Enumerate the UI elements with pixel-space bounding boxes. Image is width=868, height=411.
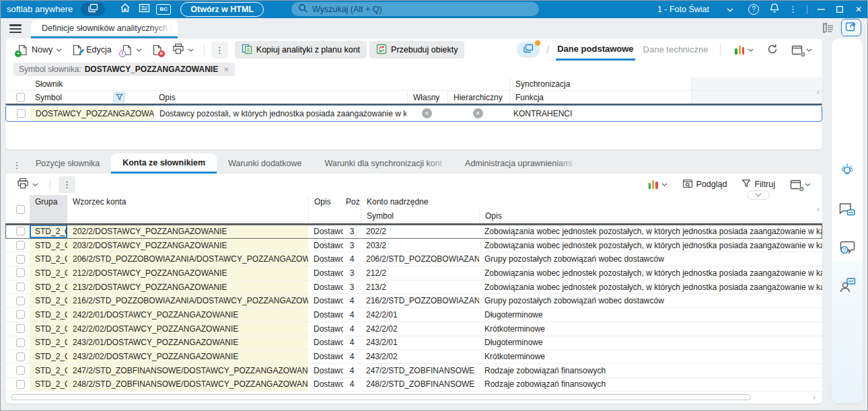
collapse-toolbar-chevron[interactable] xyxy=(747,190,770,200)
account-row[interactable]: STD_2_CIT 242/2/02/DOSTAWCY_POZZANGAZOWA… xyxy=(5,322,822,336)
cell-opis-nadrzedne: Rodzaje zobowiązań finansowych xyxy=(479,364,822,377)
account-row[interactable]: STD_2_CIT 243/2/02/DOSTAWCY_POZZANGAZOWA… xyxy=(5,350,822,364)
row-checkbox[interactable] xyxy=(16,366,25,375)
row-checkbox[interactable] xyxy=(16,310,25,319)
close-button[interactable]: ✕ xyxy=(849,0,868,18)
lower-tab[interactable]: Pozycje słownika xyxy=(24,153,111,174)
edit-button[interactable]: Edycja xyxy=(68,42,115,58)
chevron-down-icon xyxy=(806,45,812,54)
cell-symbol: 212/2 xyxy=(361,266,479,280)
printer-icon xyxy=(17,178,29,191)
company-selector[interactable]: 1 - Foto Świat xyxy=(657,5,733,14)
lower-tab[interactable]: Konta ze słownikiem xyxy=(111,153,217,174)
grid-settings-button[interactable]: ⚙ xyxy=(788,43,816,57)
copy-analytics-button[interactable]: Kopiuj analityki z planu kont xyxy=(235,41,367,59)
suggestions-button[interactable] xyxy=(839,162,855,181)
workspace-button[interactable] xyxy=(517,42,540,58)
chart-view-button[interactable] xyxy=(731,43,757,57)
row-checkbox[interactable] xyxy=(16,241,25,250)
preview-button[interactable]: Podgląd xyxy=(679,177,731,192)
dictionary-row[interactable]: DOSTAWCY_POZZANGAZOWANIE Dostawcy pozost… xyxy=(5,105,822,122)
lower-tab[interactable]: Administracja uprawnieniami xyxy=(454,153,583,174)
help-center-button[interactable]: ? xyxy=(839,241,856,258)
notifications-button[interactable] xyxy=(770,3,779,16)
info-icon: i xyxy=(119,50,126,57)
collapse-columns-chevron[interactable]: ‹ xyxy=(817,87,820,97)
scroll-right-chevron[interactable]: › xyxy=(813,393,816,401)
account-row[interactable]: STD_2_CIT 206/2/STD_POZZOBOWIAZANIA/DOST… xyxy=(5,252,822,266)
tabs-kebab-menu[interactable]: ⋮ xyxy=(9,156,24,174)
account-row[interactable]: STD_2_CIT 216/2/STD_POZZOBOWIAZANIA/DOST… xyxy=(5,294,822,308)
tab-dane-techniczne[interactable]: Dane techniczne xyxy=(642,40,710,59)
row-checkbox[interactable] xyxy=(17,109,26,118)
account-row[interactable]: STD_2_CIT 243/2/01/DOSTAWCY_POZZANGAZOWA… xyxy=(5,336,822,350)
feedback-button[interactable] xyxy=(838,202,856,221)
delete-button[interactable]: ✕ xyxy=(148,42,166,58)
bc-button[interactable]: BC xyxy=(156,4,171,15)
row-checkbox[interactable] xyxy=(16,283,25,291)
account-row[interactable]: STD_2_CIT 212/2/DOSTAWCY_POZZANGAZOWANIE… xyxy=(5,266,822,281)
print-button[interactable] xyxy=(13,176,42,193)
help-button[interactable]: ? xyxy=(748,4,759,15)
collapse-columns-chevron[interactable]: ‹ xyxy=(817,204,820,214)
grid-settings-button[interactable]: ⚙ xyxy=(787,178,814,192)
row-checkbox[interactable] xyxy=(16,324,25,333)
document-tab[interactable]: Definicje słowników analitycznych dla xyxy=(31,20,178,38)
row-checkbox[interactable] xyxy=(16,268,25,277)
open-in-html-button[interactable]: Otwórz w HTML xyxy=(180,2,264,17)
maximize-button[interactable] xyxy=(830,0,849,18)
account-row[interactable]: STD_2_CIT 213/2/DOSTAWCY_POZZANGAZOWANIE… xyxy=(5,281,822,295)
minimize-button[interactable] xyxy=(811,0,830,18)
horizontal-scrollbar[interactable] xyxy=(11,394,751,400)
titlebar-kebab-menu[interactable]: ⋮ xyxy=(789,4,797,14)
global-search-input[interactable]: Wyszukaj (Alt + Q) xyxy=(291,2,539,16)
cell-opis: Dostawcy pozostali, w których jednostka … xyxy=(154,106,406,121)
menu-icon[interactable] xyxy=(9,24,22,33)
news-button[interactable] xyxy=(135,0,153,18)
account-row[interactable]: STD_2_CIT 203/2/DOSTAWCY_POZZANGAZOWANIE… xyxy=(5,239,822,253)
lower-tab-label: Warunki dla synchronizacji kont xyxy=(324,159,442,168)
lower-tab[interactable]: Warunki dodatkowe xyxy=(217,153,313,174)
tab-dane-podstawowe[interactable]: Dane podstawowe xyxy=(556,40,635,61)
contact-support-button[interactable] xyxy=(838,277,856,296)
share-panel-button[interactable] xyxy=(841,19,861,36)
rebuild-objects-button[interactable]: Przebuduj obiekty xyxy=(369,41,464,59)
cell-grupa: STD_2_CIT xyxy=(30,252,67,266)
account-row[interactable]: STD_2_CIT 247/2/STD_ZOBFINANSOWE/DOSTAWC… xyxy=(5,364,822,378)
select-all-checkbox[interactable] xyxy=(16,93,25,102)
row-checkbox[interactable] xyxy=(16,255,25,264)
select-all-checkbox[interactable] xyxy=(16,205,25,214)
cell-wzorzec: 216/2/STD_POZZOBOWIAZANIA/DOSTAWCY_POZZA… xyxy=(67,294,308,307)
account-row[interactable]: STD_2_CIT 202/2/DOSTAWCY_POZZANGAZOWANIE… xyxy=(5,225,822,239)
new-button[interactable]: + Nowy xyxy=(13,42,65,58)
filter-funnel-icon[interactable] xyxy=(113,91,125,103)
lower-tab[interactable]: Warunki dla synchronizacji kont xyxy=(313,153,454,174)
workspace-switcher-button[interactable] xyxy=(81,2,105,16)
remove-filter-icon[interactable]: ✕ xyxy=(223,66,229,73)
more-actions-button[interactable]: ⋮ xyxy=(211,42,228,59)
filter-chip[interactable]: Symbol słownika: DOSTAWCY_POZZANGAZOWANI… xyxy=(13,63,235,76)
outline-panel-icon[interactable] xyxy=(822,22,834,34)
col-wzorzec: Wzorzec konta xyxy=(67,195,308,223)
account-row[interactable]: STD_2_CIT 242/2/01/DOSTAWCY_POZZANGAZOWA… xyxy=(5,308,822,322)
scrollbar-thumb[interactable] xyxy=(11,394,751,400)
chart-view-button[interactable] xyxy=(645,178,671,191)
cell-opis-nadrzedne: Krótkoterminowe xyxy=(479,350,822,363)
row-checkbox[interactable] xyxy=(16,338,25,347)
toolbar-divider xyxy=(50,178,50,190)
cell-opis-nadrzedne: Rodzaje zobowiązań finansowych xyxy=(479,378,822,391)
cell-symbol: 203/2 xyxy=(361,239,479,252)
main-toolbar: + Nowy Edycja i ✕ xyxy=(5,38,822,61)
more-actions-button[interactable]: ⋮ xyxy=(59,176,75,193)
account-row[interactable]: STD_2_CIT 248/2/STD_ZOBFINANSOWE/DOSTAWC… xyxy=(5,378,822,392)
row-checkbox[interactable] xyxy=(16,352,25,361)
tab-bar: Definicje słowników analitycznych dla xyxy=(0,18,868,38)
refresh-button[interactable] xyxy=(764,42,781,59)
info-button[interactable]: i xyxy=(118,42,145,58)
print-button[interactable] xyxy=(169,41,197,59)
home-button[interactable] xyxy=(116,0,135,18)
layers-icon xyxy=(87,3,98,15)
row-checkbox[interactable] xyxy=(16,380,25,389)
row-checkbox[interactable] xyxy=(16,297,25,305)
row-checkbox[interactable] xyxy=(16,227,25,235)
